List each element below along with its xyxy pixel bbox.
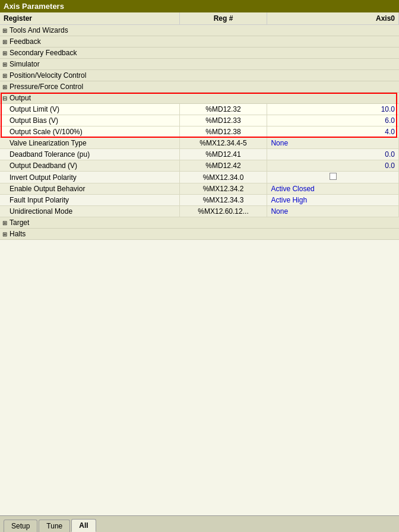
parameter-table: Register Reg # Axis0 ⊞Tools And Wizards … (0, 12, 399, 240)
tab-setup[interactable]: Setup (4, 520, 37, 532)
group-label-output: Output (10, 94, 31, 102)
value-deadband-tol[interactable]: 0.0 (267, 149, 399, 160)
label-output-deadband: Output Deadband (V) (0, 160, 179, 172)
expand-icon-feedback: ⊞ (2, 39, 7, 45)
group-label-halts: Halts (10, 230, 26, 238)
label-output-limit: Output Limit (V) (0, 104, 179, 115)
label-unidirectional: Unidirectional Mode (0, 206, 179, 217)
tab-tune[interactable]: Tune (39, 520, 70, 532)
reg-unidirectional: %MX12.60.12... (179, 206, 267, 217)
group-row-halts[interactable]: ⊞Halts (0, 229, 399, 240)
reg-invert-output: %MX12.34.0 (179, 172, 267, 183)
tab-all[interactable]: All (71, 519, 96, 532)
tab-all-label: All (79, 521, 88, 530)
header-reg-num: Reg # (179, 12, 267, 25)
group-row-target[interactable]: ⊞Target (0, 217, 399, 229)
label-enable-output: Enable Output Behavior (0, 183, 179, 195)
expand-icon-tools: ⊞ (2, 27, 7, 34)
group-row-position[interactable]: ⊞Position/Velocity Control (0, 70, 399, 81)
row-deadband-tol[interactable]: Deadband Tolerance (pu) %MD12.41 0.0 (0, 149, 399, 160)
group-row-output[interactable]: ⊟Output (0, 93, 399, 104)
value-output-bias[interactable]: 6.0 (267, 115, 399, 126)
row-output-deadband[interactable]: Output Deadband (V) %MD12.42 0.0 (0, 160, 399, 172)
expand-icon-position: ⊞ (2, 72, 7, 79)
row-unidirectional[interactable]: Unidirectional Mode %MX12.60.12... None (0, 206, 399, 217)
expand-icon-output: ⊟ (2, 95, 7, 102)
header-register: Register (0, 12, 179, 25)
tab-tune-label: Tune (46, 522, 62, 530)
row-valve-linear[interactable]: Valve Linearization Type %MX12.34.4-5 No… (0, 138, 399, 149)
reg-output-bias: %MD12.33 (179, 115, 267, 126)
value-valve-linear[interactable]: None (267, 138, 399, 149)
table-header: Register Reg # Axis0 (0, 12, 399, 25)
group-label-target: Target (10, 218, 29, 227)
group-label-secondary: Secondary Feedback (10, 49, 77, 57)
value-output-limit[interactable]: 10.0 (267, 104, 399, 115)
expand-icon-target: ⊞ (2, 220, 7, 226)
group-row-simulator[interactable]: ⊞Simulator (0, 59, 399, 70)
expand-icon-simulator: ⊞ (2, 61, 7, 68)
label-output-bias: Output Bias (V) (0, 115, 179, 126)
expand-icon-pressure: ⊞ (2, 84, 7, 90)
value-invert-output[interactable] (267, 172, 399, 183)
row-output-limit[interactable]: Output Limit (V) %MD12.32 10.0 (0, 104, 399, 115)
label-fault-input: Fault Input Polarity (0, 195, 179, 206)
value-output-scale[interactable]: 4.0 (267, 126, 399, 138)
title-bar: Axis Parameters (0, 0, 399, 12)
reg-deadband-tol: %MD12.41 (179, 149, 267, 160)
header-axis: Axis0 (267, 12, 399, 25)
reg-valve-linear: %MX12.34.4-5 (179, 138, 267, 149)
tab-bar: Setup Tune All (0, 515, 399, 532)
label-deadband-tol: Deadband Tolerance (pu) (0, 149, 179, 160)
label-valve-linear: Valve Linearization Type (0, 138, 179, 149)
value-enable-output[interactable]: Active Closed (267, 183, 399, 195)
group-row-secondary[interactable]: ⊞Secondary Feedback (0, 48, 399, 59)
reg-output-scale: %MD12.38 (179, 126, 267, 138)
reg-fault-input: %MX12.34.3 (179, 195, 267, 206)
expand-icon-secondary: ⊞ (2, 50, 7, 56)
label-output-scale: Output Scale (V/100%) (0, 126, 179, 138)
value-output-deadband[interactable]: 0.0 (267, 160, 399, 172)
group-row-pressure[interactable]: ⊞Pressure/Force Control (0, 81, 399, 93)
reg-output-limit: %MD12.32 (179, 104, 267, 115)
expand-icon-halts: ⊞ (2, 231, 7, 238)
row-enable-output[interactable]: Enable Output Behavior %MX12.34.2 Active… (0, 183, 399, 195)
group-label-pressure: Pressure/Force Control (10, 83, 83, 91)
group-row-tools[interactable]: ⊞Tools And Wizards (0, 25, 399, 36)
row-invert-output[interactable]: Invert Output Polarity %MX12.34.0 (0, 172, 399, 183)
reg-output-deadband: %MD12.42 (179, 160, 267, 172)
row-fault-input[interactable]: Fault Input Polarity %MX12.34.3 Active H… (0, 195, 399, 206)
group-label-tools: Tools And Wizards (10, 26, 68, 34)
label-invert-output: Invert Output Polarity (0, 172, 179, 183)
group-label-position: Position/Velocity Control (10, 71, 86, 80)
row-output-bias[interactable]: Output Bias (V) %MD12.33 6.0 (0, 115, 399, 126)
value-fault-input[interactable]: Active High (267, 195, 399, 206)
page-title: Axis Parameters (4, 2, 64, 11)
reg-enable-output: %MX12.34.2 (179, 183, 267, 195)
group-row-feedback[interactable]: ⊞Feedback (0, 36, 399, 48)
row-output-scale[interactable]: Output Scale (V/100%) %MD12.38 4.0 (0, 126, 399, 138)
parameter-table-container: Register Reg # Axis0 ⊞Tools And Wizards … (0, 12, 399, 515)
value-unidirectional[interactable]: None (267, 206, 399, 217)
checkbox-invert-output[interactable] (330, 173, 337, 180)
group-label-feedback: Feedback (10, 37, 41, 46)
tab-setup-label: Setup (11, 522, 30, 530)
group-label-simulator: Simulator (10, 60, 40, 68)
